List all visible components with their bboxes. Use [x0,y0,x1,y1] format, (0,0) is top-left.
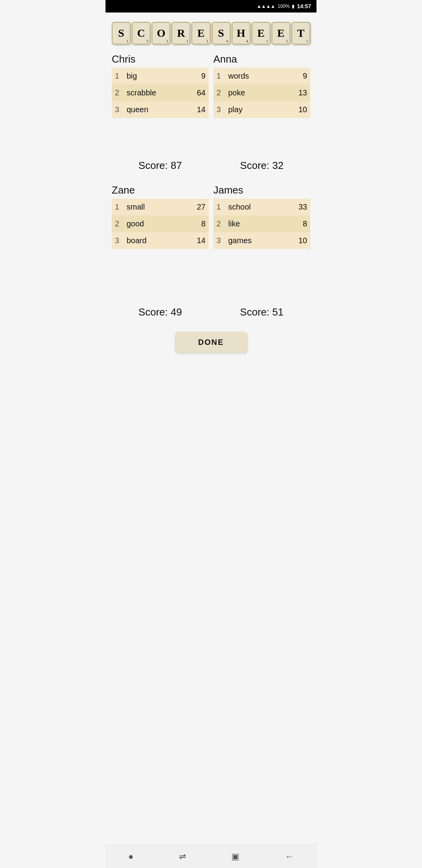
window-icon[interactable]: ▣ [231,852,240,862]
move-score: 13 [280,84,311,101]
move-score: 64 [184,84,209,101]
move-score: 8 [178,215,209,232]
anna-total: Score: 32 [213,160,310,172]
bottom-totals: Score: 49 Score: 51 [112,306,310,318]
table-row: 3 play 10 [213,101,310,118]
table-row: 1 words 9 [213,68,310,84]
title-tile-r: R1 [172,22,190,45]
top-player-grid: Chris 1 big 9 2 scrabble 64 3 queen 14 A… [112,49,310,118]
top-totals: Score: 87 Score: 32 [112,160,310,172]
move-num: 1 [213,68,225,84]
anna-name: Anna [213,49,310,68]
move-score: 8 [282,215,310,232]
table-row: 1 big 9 [112,68,209,84]
move-num: 3 [213,101,225,118]
bottom-player-grid: Zane 1 small 27 2 good 8 3 board 14 Jame… [112,180,310,249]
move-num: 3 [112,232,123,249]
player-james: James 1 school 33 2 like 8 3 games 10 [213,180,310,249]
move-score: 14 [184,101,209,118]
move-num: 1 [213,199,225,215]
move-word: big [123,68,184,84]
table-row: 3 queen 14 [112,101,209,118]
move-word: play [225,101,280,118]
move-score: 10 [282,232,310,249]
title-tile-e: E1 [191,22,210,45]
move-word: words [225,68,280,84]
table-row: 2 poke 13 [213,84,310,101]
player-zane: Zane 1 small 27 2 good 8 3 board 14 [112,180,209,249]
main-content: Chris 1 big 9 2 scrabble 64 3 queen 14 A… [106,49,316,845]
done-area: DONE [112,327,310,359]
move-num: 1 [112,199,123,215]
move-word: small [123,199,178,215]
move-score: 9 [280,68,311,84]
zane-table: 1 small 27 2 good 8 3 board 14 [112,199,209,249]
move-num: 2 [213,215,225,232]
battery-icon: ▮ [292,4,295,9]
table-row: 3 games 10 [213,232,310,249]
move-num: 3 [213,232,225,249]
title-tile-o: O1 [152,22,170,45]
move-score: 14 [178,232,209,249]
clock: 14:57 [297,3,311,9]
move-score: 9 [184,68,209,84]
move-word: like [225,215,282,232]
move-num: 2 [112,215,123,232]
title-tile-s: S1 [112,22,131,45]
chris-table: 1 big 9 2 scrabble 64 3 queen 14 [112,68,209,118]
move-num: 2 [213,84,225,101]
home-icon[interactable]: ● [128,852,133,862]
move-word: games [225,232,282,249]
move-word: school [225,199,282,215]
chris-name: Chris [112,49,209,68]
battery-label: 100% [277,4,290,9]
move-word: good [123,215,178,232]
signal-icon: ▲▲▲▲ [257,4,275,9]
status-bar: ▲▲▲▲ 100% ▮ 14:57 [106,0,316,13]
table-row: 1 small 27 [112,199,209,215]
done-button[interactable]: DONE [175,332,247,353]
move-word: queen [123,101,184,118]
table-row: 2 good 8 [112,215,209,232]
move-score: 27 [178,199,209,215]
table-row: 3 board 14 [112,232,209,249]
title-tile-c: C3 [132,22,150,45]
move-num: 2 [112,84,123,101]
bottom-nav: ● ⇌ ▣ ← [106,845,316,868]
title-tile-t: T1 [291,22,310,45]
move-word: scrabble [123,84,184,101]
table-row: 2 like 8 [213,215,310,232]
menu-icon[interactable]: ⇌ [179,852,186,862]
title-tiles: S1C3O1R1E1S4H4E1E1T1 [106,13,316,49]
player-chris: Chris 1 big 9 2 scrabble 64 3 queen 14 [112,49,209,118]
zane-total: Score: 49 [112,306,209,318]
title-tile-e: E1 [252,22,270,45]
anna-table: 1 words 9 2 poke 13 3 play 10 [213,68,310,118]
player-anna: Anna 1 words 9 2 poke 13 3 play 10 [213,49,310,118]
james-table: 1 school 33 2 like 8 3 games 10 [213,199,310,249]
move-word: poke [225,84,280,101]
move-word: board [123,232,178,249]
move-num: 3 [112,101,123,118]
title-tile-e: E1 [272,22,290,45]
zane-name: Zane [112,180,209,199]
james-total: Score: 51 [213,306,310,318]
title-tile-s: S4 [212,22,231,45]
james-name: James [213,180,310,199]
chris-total: Score: 87 [112,160,209,172]
back-icon[interactable]: ← [285,852,294,862]
title-tile-h: H4 [232,22,250,45]
move-score: 10 [280,101,311,118]
table-row: 2 scrabble 64 [112,84,209,101]
move-score: 33 [282,199,310,215]
move-num: 1 [112,68,123,84]
table-row: 1 school 33 [213,199,310,215]
